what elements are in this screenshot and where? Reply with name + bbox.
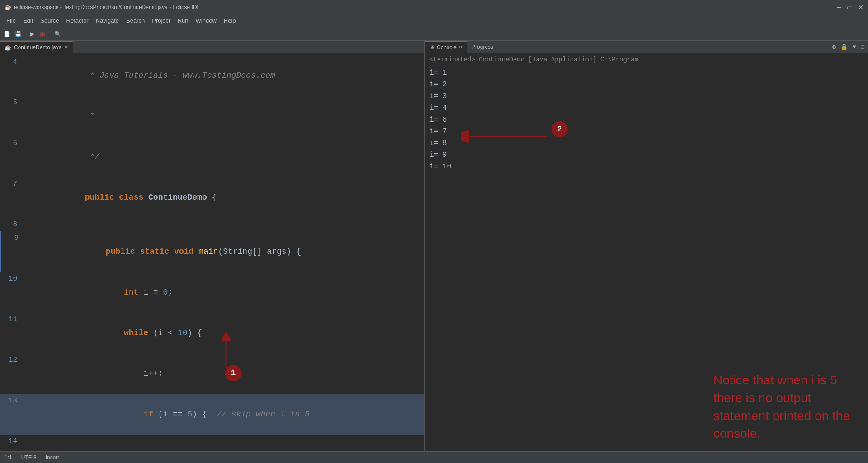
console-output-i6: i= 6 (429, 114, 863, 126)
code-line-11: 11 while (i < 10) { (0, 313, 424, 353)
console-tab-close[interactable]: ✕ (458, 44, 462, 50)
console-tab-icon: 🖥 (429, 44, 435, 51)
editor-pane: ☕ ContinueDemo.java ✕ 4 * Java Tutorials… (0, 41, 425, 451)
title-bar: ☕ eclipse-workspace - TestingDocsProject… (0, 0, 868, 14)
line-number-12: 12 (0, 353, 23, 394)
menu-project[interactable]: Project (148, 16, 174, 25)
line-number-13: 13 (0, 394, 23, 435)
right-panel: 🖥 Console ✕ Progress ⊗ 🔒 ▼ □ <terminated… (425, 41, 868, 451)
minimize-button[interactable]: ─ (837, 4, 841, 11)
progress-tab-label: Progress (472, 44, 493, 50)
console-terminated-text: <terminated> ContinueDemo [Java Applicat… (429, 56, 863, 63)
code-line-7: 7 public class ContinueDemo { (0, 177, 424, 218)
status-bar: 1:1 UTF-8 Insert (0, 451, 868, 463)
line-number-5: 5 (0, 96, 23, 136)
line-number-6: 6 (0, 136, 23, 177)
console-maximize-button[interactable]: □ (860, 42, 865, 51)
line-content-13: if (i == 5) { // skip when i is 5 (23, 394, 424, 435)
comment-5: * (85, 112, 95, 121)
line-content-12: i++; (23, 353, 424, 394)
status-insert: Insert (46, 454, 59, 461)
console-scroll-lock-button[interactable]: 🔒 (840, 42, 849, 51)
app-icon: ☕ (5, 4, 11, 10)
line-number-4: 4 (0, 55, 23, 96)
code-line-12: 12 i++; (0, 353, 424, 394)
menu-search[interactable]: Search (123, 16, 148, 25)
line-number-14: 14 (0, 435, 23, 451)
tab-icon: ☕ (5, 44, 11, 51)
menu-navigate[interactable]: Navigate (92, 16, 123, 25)
comment-6: */ (85, 152, 99, 161)
editor-tab-bar: ☕ ContinueDemo.java ✕ (0, 41, 424, 53)
menu-refactor[interactable]: Refactor (63, 16, 92, 25)
annotation-text: Notice that when i is 5 there is no outp… (713, 371, 850, 442)
line-number-9: 9 (1, 231, 24, 272)
main-area: ☕ ContinueDemo.java ✕ 4 * Java Tutorials… (0, 41, 868, 451)
console-output-i3: i= 3 (429, 90, 863, 102)
code-line-10: 10 int i = 0; (0, 272, 424, 313)
badge-1: 1 (225, 365, 241, 381)
line-content-8 (23, 218, 424, 231)
window-title: eclipse-workspace - TestingDocsProject/s… (14, 4, 201, 10)
line-content-7: public class ContinueDemo { (23, 177, 424, 218)
tab-label: ContinueDemo.java (14, 44, 61, 51)
menu-edit[interactable]: Edit (19, 16, 37, 25)
console-output-i1: i= 1 (429, 67, 863, 79)
comment-4: * Java Tutorials - www.TestingDocs.com (85, 71, 275, 80)
toolbar: 📄 💾 ▶ 🐞 🔍 (0, 27, 868, 41)
console-tab[interactable]: 🖥 Console ✕ (425, 41, 467, 53)
console-content: <terminated> ContinueDemo [Java Applicat… (425, 53, 868, 451)
console-toolbar: ⊗ 🔒 ▼ □ (828, 41, 868, 53)
toolbar-debug[interactable]: 🐞 (37, 30, 47, 38)
toolbar-new[interactable]: 📄 (2, 30, 12, 38)
console-output-i10: i= 10 (429, 161, 863, 173)
close-button[interactable]: ✕ (858, 4, 863, 11)
console-output-i2: i= 2 (429, 79, 863, 90)
code-line-14: 14 continue; (0, 435, 424, 451)
line-content-9: public static void main(String[] args) { (24, 231, 424, 272)
console-output-i7: i= 7 (429, 126, 863, 137)
maximize-button[interactable]: ▭ (847, 4, 853, 11)
menu-bar: File Edit Source Refactor Navigate Searc… (0, 14, 868, 27)
toolbar-search[interactable]: 🔍 (52, 30, 63, 38)
line-number-7: 7 (0, 177, 23, 218)
window-controls[interactable]: ─ ▭ ✕ (837, 4, 863, 11)
console-output-i8: i= 8 (429, 137, 863, 149)
line-content-11: while (i < 10) { (23, 313, 424, 353)
status-encoding: UTF-8 (21, 454, 37, 461)
line-content-5: * (23, 96, 424, 136)
badge-1-label: 1 (231, 369, 236, 378)
tab-close-button[interactable]: ✕ (64, 44, 68, 50)
menu-file[interactable]: File (3, 16, 19, 25)
menu-window[interactable]: Window (192, 16, 220, 25)
console-output-i4: i= 4 (429, 102, 863, 114)
line-number-8: 8 (0, 218, 23, 231)
line-content-14: continue; (23, 435, 424, 451)
toolbar-save[interactable]: 💾 (13, 30, 24, 38)
toolbar-separator-1 (26, 29, 26, 38)
code-editor[interactable]: 4 * Java Tutorials - www.TestingDocs.com… (0, 53, 424, 451)
console-tabs: 🖥 Console ✕ Progress (425, 41, 498, 53)
code-line-13: 13 if (i == 5) { // skip when i is 5 (0, 394, 424, 435)
menu-run[interactable]: Run (174, 16, 192, 25)
badge-2: 2 (552, 121, 568, 137)
badge-2-label: 2 (557, 125, 562, 134)
console-clear-button[interactable]: ⊗ (831, 42, 838, 51)
line-content-4: * Java Tutorials - www.TestingDocs.com (23, 55, 424, 96)
editor-tab-continuedemo[interactable]: ☕ ContinueDemo.java ✕ (0, 41, 73, 53)
code-lines: 4 * Java Tutorials - www.TestingDocs.com… (0, 53, 424, 451)
menu-help[interactable]: Help (220, 16, 240, 25)
code-line-5: 5 * (0, 96, 424, 136)
toolbar-run[interactable]: ▶ (28, 30, 36, 38)
console-minimize-button[interactable]: ▼ (850, 42, 858, 51)
code-line-6: 6 */ (0, 136, 424, 177)
console-tab-label: Console (437, 44, 457, 51)
console-output-i9: i= 9 (429, 149, 863, 161)
line-number-11: 11 (0, 313, 23, 353)
toolbar-separator-2 (50, 29, 50, 38)
code-line-4: 4 * Java Tutorials - www.TestingDocs.com (0, 55, 424, 96)
code-line-9: 9 public static void main(String[] args)… (0, 231, 424, 272)
line-content-6: */ (23, 136, 424, 177)
menu-source[interactable]: Source (37, 16, 62, 25)
progress-tab[interactable]: Progress (467, 41, 498, 53)
